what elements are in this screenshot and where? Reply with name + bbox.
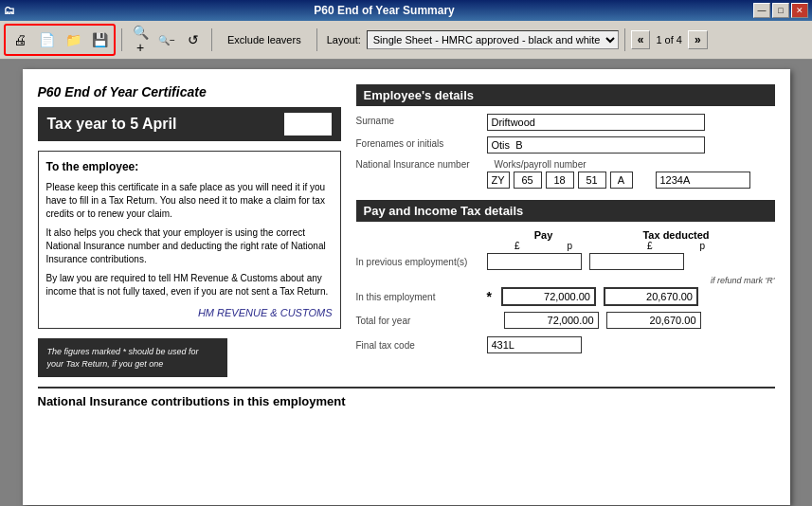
ni-suffix-input[interactable]: [610, 172, 633, 189]
tax-pence: p: [700, 241, 706, 251]
separator-1: [121, 28, 122, 51]
pay-section: Pay and Income Tax details Pay £ p Tax: [356, 200, 775, 353]
total-row: Total for year: [356, 312, 775, 329]
final-tax-input[interactable]: [487, 336, 582, 353]
right-column: Employee's details Surname Forenames or …: [356, 84, 775, 377]
employee-info-box: To the employee: Please keep this certif…: [38, 151, 341, 329]
previous-pay-input[interactable]: [487, 253, 582, 270]
info-para-2: It also helps you check that your employ…: [46, 226, 333, 266]
info-para-3: By law you are required to tell HM Reven…: [46, 272, 333, 298]
ni-header-label: National Insurance number: [356, 159, 479, 170]
close-button[interactable]: ✕: [791, 3, 808, 18]
app-icon: 🗂: [0, 4, 15, 17]
nav-first-button[interactable]: «: [631, 30, 651, 49]
payroll-input[interactable]: [656, 172, 750, 189]
surname-input[interactable]: [487, 114, 705, 131]
content-area: P60 End of Year Certificate Tax year to …: [0, 60, 812, 506]
this-tax-input[interactable]: [604, 287, 698, 306]
document-page: P60 End of Year Certificate Tax year to …: [23, 69, 790, 505]
ni-number-row: [356, 172, 775, 189]
previous-employment-row: In previous employment(s): [356, 253, 775, 270]
tax-subheaders: £ p: [620, 241, 733, 251]
this-emp-label: In this employment: [356, 292, 479, 302]
save-button[interactable]: 💾: [87, 27, 112, 52]
ni-spacer: [356, 172, 479, 173]
pay-currency: £: [514, 241, 520, 251]
this-employment-row: In this employment *: [356, 287, 775, 306]
separator-3: [316, 28, 317, 51]
cert-title: P60 End of Year Certificate: [38, 84, 341, 99]
final-tax-row: Final tax code: [356, 336, 775, 353]
this-emp-inputs: *: [487, 287, 698, 306]
forenames-row: Forenames or initials: [356, 136, 775, 154]
tax-year-box: Tax year to 5 April: [38, 107, 341, 141]
window-title: P60 End of Year Summary: [15, 4, 753, 17]
total-pay-input[interactable]: [504, 312, 599, 329]
nav-last-button[interactable]: »: [688, 30, 708, 49]
info-para-1: Please keep this certificate in a safe p…: [46, 181, 333, 221]
ni-inputs-group: [487, 172, 750, 189]
employee-section-header: Employee's details: [356, 84, 775, 106]
open-button[interactable]: 📁: [61, 27, 85, 52]
title-bar: 🗂 P60 End of Year Summary — □ ✕: [0, 0, 812, 21]
tax-year-input[interactable]: [284, 113, 332, 136]
tax-header: Tax deducted: [620, 229, 733, 241]
left-column: P60 End of Year Certificate Tax year to …: [38, 84, 341, 377]
hmrc-signature: HM REVENUE & CUSTOMS: [46, 306, 333, 320]
ni-num2-input[interactable]: [546, 172, 574, 189]
surname-label: Surname: [356, 114, 479, 126]
pay-section-header: Pay and Income Tax details: [356, 200, 775, 222]
ni-contributions-header: National Insurance contributions in this…: [38, 387, 775, 408]
total-label: Total for year: [356, 316, 479, 326]
final-tax-label: Final tax code: [356, 340, 479, 351]
separator-4: [624, 28, 625, 51]
asterisk-marker: *: [487, 289, 492, 304]
toolbar: 🖨 📄 📁 💾 🔍+ 🔍− ↺ Exclude leavers Layout: …: [0, 21, 812, 60]
previous-tax-input[interactable]: [589, 253, 684, 270]
page-info: 1 of 4: [656, 34, 682, 45]
print-tools-group: 🖨 📄 📁 💾: [4, 24, 116, 56]
ni-num1-input[interactable]: [514, 172, 542, 189]
total-tax-input[interactable]: [606, 312, 701, 329]
pay-header: Pay: [487, 229, 601, 241]
ni-num3-input[interactable]: [578, 172, 606, 189]
figures-note-text: The figures marked * should be used for …: [47, 347, 199, 369]
this-pay-input[interactable]: [501, 287, 596, 306]
layout-label: Layout:: [327, 34, 361, 45]
zoom-out-button[interactable]: 🔍−: [154, 27, 179, 52]
previous-label: In previous employment(s): [356, 257, 479, 267]
print-button[interactable]: 🖨: [8, 27, 32, 52]
forenames-label: Forenames or initials: [356, 136, 479, 149]
doc-layout: P60 End of Year Certificate Tax year to …: [38, 84, 775, 377]
refresh-button[interactable]: ↺: [181, 27, 206, 52]
pay-subheaders: £ p: [487, 241, 601, 251]
surname-row: Surname: [356, 114, 775, 131]
pay-col-headers: Pay £ p Tax deducted £ p: [487, 229, 775, 251]
exclude-leavers-button[interactable]: Exclude leavers: [218, 27, 311, 52]
to-employee-title: To the employee:: [46, 159, 333, 175]
window-controls: — □ ✕: [753, 3, 812, 18]
total-inputs: [487, 312, 701, 329]
minimize-button[interactable]: —: [753, 3, 770, 18]
new-button[interactable]: 📄: [34, 27, 59, 52]
tax-col-title: Tax deducted £ p: [620, 229, 733, 251]
previous-inputs: [487, 253, 684, 270]
separator-2: [211, 28, 212, 51]
ni-payroll-header: National Insurance number Works/payroll …: [356, 159, 775, 170]
forenames-input[interactable]: [487, 136, 705, 154]
zoom-in-button[interactable]: 🔍+: [128, 27, 153, 52]
payroll-header-label: Works/payroll number: [495, 159, 586, 170]
refund-note: if refund mark 'R': [479, 276, 775, 285]
pay-pence: p: [568, 241, 573, 251]
tax-year-label: Tax year to 5 April: [47, 116, 177, 133]
layout-select[interactable]: Single Sheet - HMRC approved - black and…: [367, 30, 619, 49]
figures-note-box: The figures marked * should be used for …: [38, 338, 227, 377]
maximize-button[interactable]: □: [772, 3, 789, 18]
ni-prefix-input[interactable]: [487, 172, 510, 189]
pay-col-title: Pay £ p: [487, 229, 601, 251]
zoom-tools-group: 🔍+ 🔍− ↺: [128, 27, 206, 52]
ni-payroll-section: National Insurance number Works/payroll …: [356, 159, 775, 189]
tax-currency: £: [647, 241, 653, 251]
